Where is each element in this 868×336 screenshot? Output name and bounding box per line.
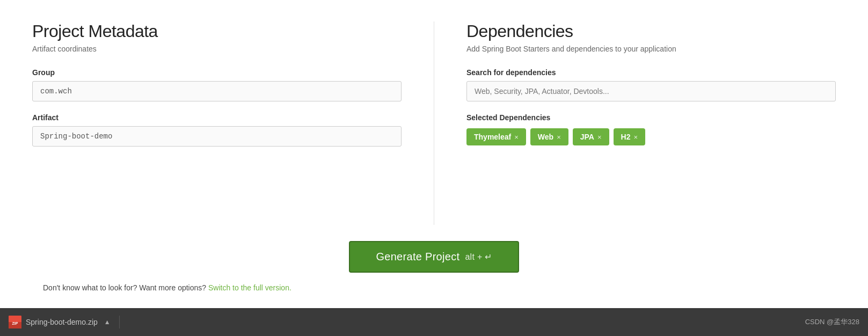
dep-remove-jpa[interactable]: × — [597, 133, 602, 141]
dep-name-jpa: JPA — [580, 133, 594, 141]
chevron-up-icon[interactable]: ▲ — [104, 318, 111, 326]
svg-text:ZIP: ZIP — [12, 322, 18, 325]
footer-note: Don't know what to look for? Want more o… — [32, 283, 836, 292]
dep-badge-web[interactable]: Web × — [530, 128, 568, 145]
generate-button-label: Generate Project — [376, 251, 459, 263]
zip-icon-svg: ZIP — [9, 316, 21, 328]
dep-badge-thymeleaf[interactable]: Thymeleaf × — [466, 128, 526, 145]
generate-button-row: Generate Project alt + ↵ — [32, 241, 836, 273]
dep-badge-h2[interactable]: H2 × — [614, 128, 646, 145]
dependencies-title: Dependencies — [466, 21, 836, 41]
artifact-input[interactable] — [32, 126, 402, 147]
download-filename: Spring-boot-demo.zip — [26, 318, 98, 326]
download-item[interactable]: ZIP Spring-boot-demo.zip ▲ — [9, 316, 120, 328]
group-input[interactable] — [32, 81, 402, 101]
artifact-coordinates-subtitle: Artifact coordinates — [32, 45, 402, 53]
watermark-text: CSDN @孟华328 — [805, 317, 859, 327]
dep-name-h2: H2 — [621, 133, 631, 141]
search-dependencies-label: Search for dependencies — [466, 68, 836, 77]
main-content: Project Metadata Artifact coordinates Gr… — [0, 0, 868, 308]
dep-remove-h2[interactable]: × — [633, 133, 638, 141]
two-column-layout: Project Metadata Artifact coordinates Gr… — [32, 21, 836, 225]
selected-dependencies-row: Thymeleaf × Web × JPA × H2 × — [466, 128, 836, 145]
artifact-label: Artifact — [32, 113, 402, 122]
dep-remove-thymeleaf[interactable]: × — [514, 133, 519, 141]
dep-name-web: Web — [538, 133, 553, 141]
zip-file-icon: ZIP — [9, 316, 21, 328]
dep-name-thymeleaf: Thymeleaf — [474, 133, 511, 141]
group-label: Group — [32, 68, 402, 77]
generate-shortcut: alt + ↵ — [465, 252, 492, 262]
dependencies-section: Dependencies Add Spring Boot Starters an… — [434, 21, 836, 225]
dependencies-subtitle: Add Spring Boot Starters and dependencie… — [466, 45, 836, 53]
generate-project-button[interactable]: Generate Project alt + ↵ — [349, 241, 519, 273]
selected-dependencies-label: Selected Dependencies — [466, 113, 836, 122]
search-dependencies-input[interactable] — [466, 81, 836, 101]
dep-remove-web[interactable]: × — [557, 133, 561, 141]
project-metadata-title: Project Metadata — [32, 21, 402, 41]
project-metadata-section: Project Metadata Artifact coordinates Gr… — [32, 21, 434, 225]
bottom-download-bar: ZIP Spring-boot-demo.zip ▲ CSDN @孟华328 — [0, 308, 868, 336]
dep-badge-jpa[interactable]: JPA × — [573, 128, 609, 145]
footer-text: Don't know what to look for? Want more o… — [43, 283, 206, 292]
switch-full-version-link[interactable]: Switch to the full version. — [208, 283, 291, 292]
